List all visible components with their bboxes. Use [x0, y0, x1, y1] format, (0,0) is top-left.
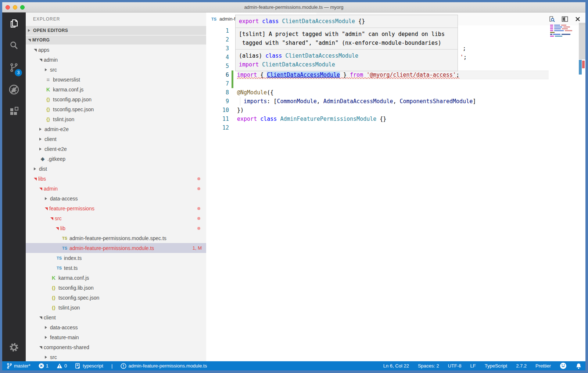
hover-tooltip: export class ClientDataAccessModule {}[t…: [235, 15, 458, 71]
statusbar-label: 0: [64, 363, 67, 369]
tree-file-index.ts[interactable]: TSindex.ts: [26, 253, 206, 263]
twisty-expanded-icon: [34, 49, 37, 52]
statusbar-git-branch-status[interactable]: master*: [7, 361, 31, 370]
tree-folder-dist[interactable]: dist: [26, 164, 206, 174]
tree-folder-data-access[interactable]: data-access: [26, 193, 206, 203]
karma-icon: K: [50, 275, 57, 281]
activitybar-extensions-button[interactable]: [2, 101, 26, 123]
statusbar-notifications[interactable]: [576, 361, 582, 370]
open-editors-section-header[interactable]: OPEN EDITORS: [26, 26, 206, 35]
tree-file-.gitkeep[interactable]: ◈.gitkeep: [26, 154, 206, 164]
tree-file-karma.conf.js[interactable]: Kkarma.conf.js: [26, 84, 206, 94]
minimize-window-button[interactable]: [13, 5, 17, 10]
tree-folder-data-access[interactable]: data-access: [26, 322, 206, 332]
tree-folder-apps[interactable]: apps: [26, 45, 206, 55]
tree-file-admin-feature-permissions.module.ts[interactable]: TSadmin-feature-permissions.module.ts1, …: [26, 243, 206, 253]
code-line-9[interactable]: 9 imports: [CommonModule, AdminDataAcces…: [206, 97, 549, 106]
statusbar-encoding[interactable]: UTF-8: [448, 361, 462, 370]
close-window-button[interactable]: [6, 5, 10, 10]
tree-folder-client-e2e[interactable]: client-e2e: [26, 144, 206, 154]
code-line-6[interactable]: 6import { ClientDataAccessModule } from …: [206, 70, 549, 79]
zoom-window-button[interactable]: [20, 5, 25, 10]
statusbar-active-file-problems[interactable]: admin-feature-permissions.module.ts: [121, 361, 207, 370]
overview-ruler[interactable]: [579, 12, 585, 361]
tree-folder-client[interactable]: client: [26, 134, 206, 144]
tree-folder-lib[interactable]: lib: [26, 223, 206, 233]
statusbar-warning-count[interactable]: 0: [57, 361, 67, 370]
line-number: 1: [206, 26, 229, 35]
tree-folder-src[interactable]: src: [26, 352, 206, 361]
code-line-11[interactable]: 11export class AdminFeaturePermissionsMo…: [206, 115, 549, 123]
tree-folder-client[interactable]: client: [26, 312, 206, 322]
tree-folder-admin[interactable]: admin: [26, 184, 206, 193]
tree-file-tslint.json[interactable]: {}tslint.json: [26, 303, 206, 312]
activitybar-debug-button[interactable]: [2, 79, 26, 101]
activitybar-files-button[interactable]: [2, 12, 26, 35]
traffic-lights: [6, 5, 25, 10]
twisty-expanded-icon: [50, 217, 53, 220]
statusbar-eol[interactable]: LF: [470, 361, 476, 370]
open-preview-icon[interactable]: [548, 15, 555, 23]
tree-file-tslint.json[interactable]: {}tslint.json: [26, 114, 206, 124]
tree-item-label: tsconfig.app.json: [53, 97, 92, 102]
folder-section-header[interactable]: MYORG: [26, 35, 206, 45]
line-number: 3: [206, 44, 229, 53]
statusbar-feedback[interactable]: [560, 361, 567, 370]
statusbar-indentation[interactable]: Spaces: 2: [418, 361, 439, 370]
tree-file-tsconfig.spec.json[interactable]: {}tsconfig.spec.json: [26, 104, 206, 114]
tree-folder-libs[interactable]: libs: [26, 174, 206, 184]
tree-file-tsconfig.spec.json[interactable]: {}tsconfig.spec.json: [26, 293, 206, 303]
statusbar-tslint-status[interactable]: typescript: [75, 361, 103, 370]
statusbar-language-mode[interactable]: TypeScript: [485, 361, 507, 370]
settings-gear-button[interactable]: [2, 339, 26, 357]
activity-bar: 3: [2, 12, 26, 361]
problem-dot-badge: [197, 207, 200, 210]
ts-icon: TS: [56, 265, 62, 271]
code-line-content: @NgModule({: [237, 88, 273, 97]
tree-item-label: components-shared: [44, 344, 89, 350]
activitybar-search-button[interactable]: [2, 35, 26, 57]
tree-item-label: .gitkeep: [47, 156, 65, 162]
statusbar-ts-version[interactable]: 2.7.2: [516, 361, 527, 370]
minimap-line: [550, 30, 574, 31]
close-icon[interactable]: [574, 16, 581, 22]
code-line-10[interactable]: 10}): [206, 106, 549, 115]
statusbar-prettier-status[interactable]: Prettier: [535, 361, 551, 370]
code-view[interactable]: 123;4';56import { ClientDataAccessModule…: [206, 25, 549, 361]
tree-folder-src[interactable]: src: [26, 213, 206, 223]
tree-folder-feature-permissions[interactable]: feature-permissions: [26, 203, 206, 213]
code-line-7[interactable]: 7: [206, 79, 549, 88]
tree-item-label: apps: [38, 47, 49, 53]
statusbar-cursor-position[interactable]: Ln 6, Col 22: [383, 361, 409, 370]
tree-file-tsconfig.lib.json[interactable]: {}tsconfig.lib.json: [26, 283, 206, 293]
tree-file-tsconfig.app.json[interactable]: {}tsconfig.app.json: [26, 94, 206, 104]
tree-file-browserslist[interactable]: ≡browserslist: [26, 75, 206, 84]
statusbar-label: |: [111, 363, 112, 369]
gutter: [229, 115, 237, 123]
hover-row: (alias) class ClientDataAccessModule: [239, 51, 454, 60]
search-icon: [8, 40, 19, 51]
tree-folder-admin-e2e[interactable]: admin-e2e: [26, 124, 206, 134]
scrollbar-slider[interactable]: [579, 23, 585, 59]
code-line-8[interactable]: 8@NgModule({: [206, 88, 549, 97]
ts-spec-icon: TS: [61, 235, 68, 241]
tree-folder-admin[interactable]: admin: [26, 55, 206, 65]
tree-file-karma.conf.js[interactable]: Kkarma.conf.js: [26, 273, 206, 283]
minimap[interactable]: [550, 25, 574, 37]
tree-folder-feature-main[interactable]: feature-main: [26, 332, 206, 342]
tree-folder-src[interactable]: src: [26, 65, 206, 75]
tree-item-label: src: [50, 67, 57, 73]
statusbar-label: 2.7.2: [516, 363, 527, 369]
problem-dot-badge: [197, 187, 200, 190]
ts-icon: TS: [61, 245, 68, 251]
split-editor-icon[interactable]: [561, 15, 569, 23]
hover-row: [tslint] A project tagged with "admin" c…: [239, 30, 454, 39]
statusbar-label: Spaces: 2: [418, 363, 439, 369]
tree-file-admin-feature-permissions.module.spec.ts[interactable]: TSadmin-feature-permissions.module.spec.…: [26, 233, 206, 243]
tree-folder-components-shared[interactable]: components-shared: [26, 342, 206, 352]
tree-file-test.ts[interactable]: TStest.ts: [26, 263, 206, 273]
activitybar-source-control-button[interactable]: 3: [2, 57, 26, 79]
debug-icon: [8, 84, 20, 95]
statusbar-error-count[interactable]: 1: [39, 361, 49, 370]
code-line-12[interactable]: 12: [206, 123, 549, 132]
